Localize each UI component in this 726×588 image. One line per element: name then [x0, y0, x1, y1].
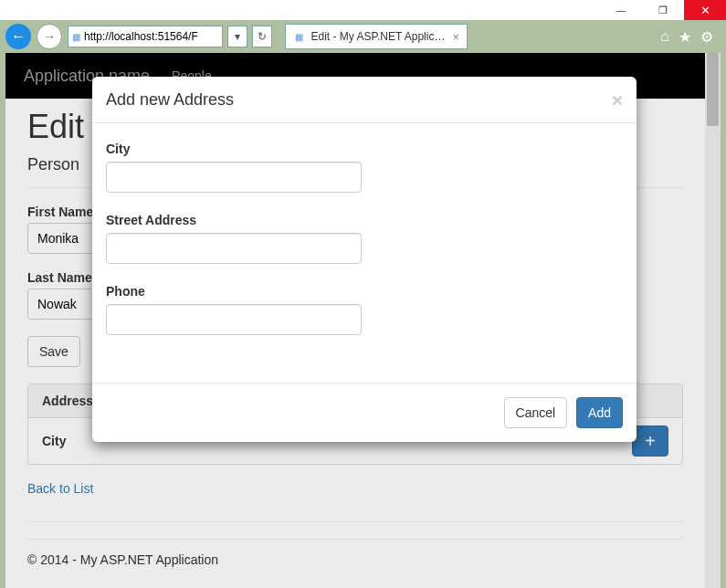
- address-dropdown-button[interactable]: ▾: [227, 26, 247, 47]
- modal-add-button[interactable]: Add: [576, 397, 623, 428]
- page-viewport: Application name People Edit Person Firs…: [5, 53, 721, 588]
- modal-body: City Street Address Phone: [92, 123, 637, 383]
- arrow-right-icon: →: [43, 29, 56, 44]
- window-maximize-button[interactable]: ❐: [642, 0, 684, 20]
- modal-header: Add new Address ×: [92, 77, 637, 123]
- modal-title: Add new Address: [106, 90, 234, 110]
- modal-close-button[interactable]: ×: [612, 90, 623, 110]
- home-icon[interactable]: ⌂: [660, 28, 669, 46]
- modal-phone-label: Phone: [106, 284, 623, 299]
- modal-footer: Cancel Add: [92, 383, 637, 442]
- window-minimize-button[interactable]: —: [600, 0, 642, 20]
- tab-page-icon: ▦: [293, 30, 305, 43]
- favorites-icon[interactable]: ★: [679, 28, 691, 46]
- tab-title: Edit - My ASP.NET Applicat...: [310, 30, 447, 43]
- modal-phone-input[interactable]: [106, 304, 362, 335]
- modal-cancel-button[interactable]: Cancel: [504, 397, 568, 428]
- refresh-button[interactable]: ↻: [252, 26, 272, 47]
- page-icon: ▦: [72, 30, 80, 43]
- back-button[interactable]: ←: [5, 24, 31, 49]
- modal-street-input[interactable]: [106, 233, 362, 264]
- settings-gear-icon[interactable]: ⚙: [700, 28, 713, 46]
- browser-right-controls: ⌂ ★ ⚙: [660, 28, 721, 46]
- add-address-modal: Add new Address × City Street Address Ph…: [92, 77, 637, 442]
- browser-tab[interactable]: ▦ Edit - My ASP.NET Applicat... ×: [285, 24, 468, 49]
- forward-button[interactable]: →: [37, 24, 62, 49]
- chevron-down-icon: ▾: [235, 30, 240, 43]
- browser-toolbar: ← → ▦ ▾ ↻ ▦ Edit - My ASP.NET Applicat..…: [0, 20, 726, 53]
- modal-street-label: Street Address: [106, 213, 623, 227]
- tab-close-button[interactable]: ×: [452, 30, 459, 44]
- window-titlebar: — ❐ ✕: [0, 0, 726, 20]
- modal-city-label: City: [106, 142, 623, 156]
- url-input[interactable]: [84, 30, 221, 43]
- modal-city-input[interactable]: [106, 162, 362, 193]
- arrow-left-icon: ←: [11, 28, 26, 45]
- refresh-icon: ↻: [258, 30, 267, 43]
- window-close-button[interactable]: ✕: [684, 0, 726, 20]
- address-bar[interactable]: ▦: [68, 26, 223, 47]
